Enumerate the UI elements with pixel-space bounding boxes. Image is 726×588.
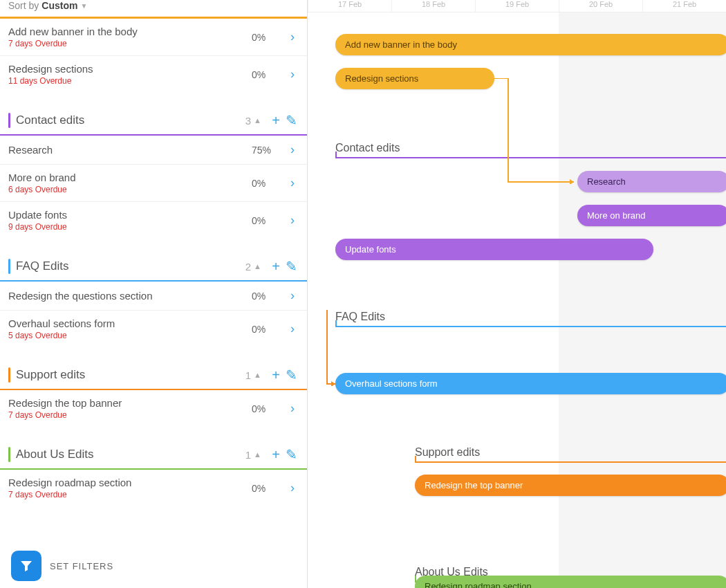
gantt-group-label: Support edits (415, 446, 480, 459)
dependency-line (320, 310, 341, 386)
chevron-right-icon[interactable]: › (286, 176, 299, 190)
task-row[interactable]: Redesign the questions section0%› (0, 282, 307, 310)
task-row[interactable]: Add new banner in the body7 days Overdue… (0, 19, 307, 55)
task-name: Add new banner in the body7 days Overdue (8, 26, 252, 48)
gantt-bar[interactable]: More on brand (577, 205, 726, 226)
gantt-bar[interactable]: Research (577, 171, 726, 192)
gantt-group-line (415, 461, 726, 463)
filter-icon (11, 551, 41, 581)
gantt-group-label: FAQ Edits (335, 311, 385, 323)
task-progress: 0% (252, 403, 286, 414)
chevron-right-icon[interactable]: › (286, 67, 299, 82)
edit-group-button[interactable]: ✎ (283, 258, 299, 275)
group-header-faq[interactable]: FAQ Edits 2 ▲ + ✎ (0, 252, 307, 282)
task-name: Redesign roadmap section7 days Overdue (8, 477, 252, 499)
task-row[interactable]: Overhaul sections form5 days Overdue0%› (0, 310, 307, 347)
edit-group-button[interactable]: ✎ (283, 367, 299, 383)
group-count: 1 (245, 369, 251, 381)
task-row[interactable]: Redesign the top banner7 days Overdue0%› (0, 390, 307, 427)
task-progress: 0% (252, 32, 286, 43)
date-cell: 19 Feb (475, 0, 559, 12)
task-name: More on brand6 days Overdue (8, 172, 252, 194)
group-count: 2 (245, 261, 251, 273)
task-name: Redesign the questions section (8, 290, 252, 302)
task-progress: 0% (252, 69, 286, 80)
group-color-bar (8, 259, 10, 274)
group-contact: Contact edits 3 ▲ + ✎ Research75%›More o… (0, 107, 307, 239)
date-cell: 21 Feb (642, 0, 726, 12)
set-filters-button[interactable]: SET FILTERS (11, 551, 113, 581)
chevron-down-icon: ▼ (80, 2, 87, 10)
caret-up-icon: ▲ (254, 116, 261, 125)
task-name: Update fonts9 days Overdue (8, 209, 252, 232)
task-progress: 0% (252, 483, 286, 494)
add-task-button[interactable]: + (268, 259, 283, 275)
task-name: Overhaul sections form5 days Overdue (8, 318, 252, 340)
overdue-label: 7 days Overdue (8, 410, 252, 420)
caret-up-icon: ▲ (254, 371, 261, 379)
timeline-body[interactable]: Contact editsFAQ EditsSupport editsAbout… (308, 12, 726, 587)
group-title: Support edits (16, 368, 245, 382)
overdue-label: 11 days Overdue (8, 76, 252, 86)
sort-value: Custom (41, 0, 77, 11)
add-task-button[interactable]: + (268, 447, 283, 463)
gantt-bar[interactable]: Redesign sections (335, 68, 494, 89)
timeline-header: 17 Feb 18 Feb 19 Feb 20 Feb 21 Feb (308, 0, 726, 12)
chevron-right-icon[interactable]: › (286, 30, 299, 44)
group-top: Add new banner in the body7 days Overdue… (0, 17, 307, 93)
gantt-bar[interactable]: Redesign roadmap section (415, 576, 726, 588)
group-color-bar (8, 367, 10, 383)
edit-group-button[interactable]: ✎ (283, 446, 299, 463)
group-header-support[interactable]: Support edits 1 ▲ + ✎ (0, 361, 307, 390)
gantt-bar[interactable]: Update fonts (335, 239, 653, 260)
caret-up-icon: ▲ (254, 262, 261, 270)
group-color-bar (8, 447, 10, 462)
group-header-about[interactable]: About Us Edits 1 ▲ + ✎ (0, 441, 307, 470)
group-title: Contact edits (16, 113, 245, 127)
gantt-bar[interactable]: Add new banner in the body (335, 34, 726, 55)
gantt-panel: 17 Feb 18 Feb 19 Feb 20 Feb 21 Feb Conta… (308, 0, 726, 588)
chevron-right-icon[interactable]: › (286, 143, 299, 157)
task-name: Redesign sections11 days Overdue (8, 63, 252, 86)
overdue-label: 6 days Overdue (8, 185, 252, 194)
gantt-group-label: Contact edits (335, 142, 400, 154)
group-count: 3 (245, 115, 251, 127)
add-task-button[interactable]: + (268, 113, 283, 129)
gantt-bar[interactable]: Redesign the top banner (415, 475, 726, 496)
group-title: FAQ Edits (16, 259, 245, 273)
group-about: About Us Edits 1 ▲ + ✎ Redesign roadmap … (0, 441, 307, 506)
sort-label: Sort by (8, 0, 39, 11)
task-name: Research (8, 144, 252, 156)
chevron-right-icon[interactable]: › (286, 322, 299, 336)
group-header-contact[interactable]: Contact edits 3 ▲ + ✎ (0, 107, 307, 136)
add-task-button[interactable]: + (268, 367, 283, 383)
chevron-right-icon[interactable]: › (286, 288, 299, 303)
gantt-bar[interactable]: Overhaul sections form (335, 373, 726, 394)
task-progress: 0% (252, 215, 286, 226)
group-color-bar (8, 113, 10, 128)
group-count: 1 (245, 449, 251, 461)
chevron-right-icon[interactable]: › (286, 401, 299, 416)
chevron-right-icon[interactable]: › (286, 481, 299, 495)
caret-up-icon: ▲ (254, 450, 261, 459)
overdue-label: 7 days Overdue (8, 490, 252, 499)
task-row[interactable]: Update fonts9 days Overdue0%› (0, 201, 307, 239)
task-row[interactable]: Research75%› (0, 136, 307, 164)
sort-control[interactable]: Sort by Custom ▼ (0, 0, 307, 17)
task-row[interactable]: Redesign sections11 days Overdue0%› (0, 55, 307, 93)
group-title: About Us Edits (16, 448, 245, 461)
chevron-right-icon[interactable]: › (286, 213, 299, 228)
group-support: Support edits 1 ▲ + ✎ Redesign the top b… (0, 361, 307, 427)
task-row[interactable]: Redesign roadmap section7 days Overdue0%… (0, 470, 307, 506)
overdue-label: 5 days Overdue (8, 331, 252, 340)
date-cell: 20 Feb (559, 0, 642, 12)
task-progress: 0% (252, 178, 286, 189)
edit-group-button[interactable]: ✎ (283, 112, 299, 129)
group-faq: FAQ Edits 2 ▲ + ✎ Redesign the questions… (0, 252, 307, 347)
overdue-label: 9 days Overdue (8, 222, 252, 232)
task-progress: 0% (252, 324, 286, 335)
dependency-line (494, 78, 588, 184)
task-progress: 75% (252, 145, 286, 156)
task-row[interactable]: More on brand6 days Overdue0%› (0, 164, 307, 201)
gantt-group-line (335, 326, 726, 327)
